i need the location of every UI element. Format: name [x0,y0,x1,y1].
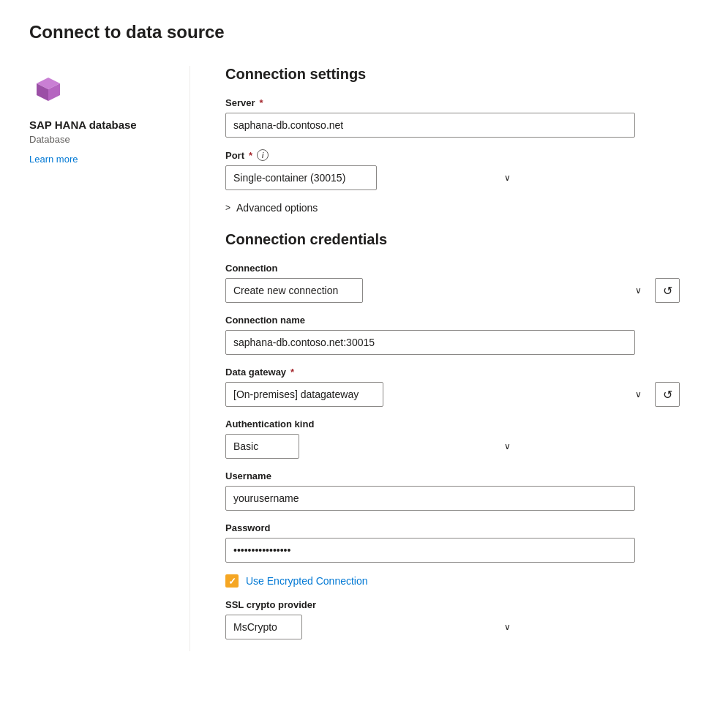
port-info-icon[interactable]: i [257,149,269,161]
main-layout: SAP HANA database Database Learn more Co… [29,66,680,651]
ssl-provider-select-container: MsCrypto OpenSSL ∨ [225,615,518,639]
data-gateway-select-container: [On-premises] datagateway ∨ [225,382,649,407]
data-gateway-required-star: * [290,367,294,378]
connection-refresh-button[interactable]: ↺ [655,278,680,303]
connection-group: Connection Create new connection ∨ ↺ [225,263,680,303]
username-input[interactable] [225,486,635,511]
connection-label-row: Connection [225,263,680,274]
connection-settings-title: Connection settings [225,66,680,83]
encrypted-checkbox[interactable]: ✓ [225,574,239,588]
password-label: Password [225,522,270,533]
auth-kind-chevron-icon: ∨ [504,441,511,451]
server-label-row: Server * [225,97,635,108]
port-group: Port * i Single-container (30015) Multip… [225,149,518,190]
connection-name-label: Connection name [225,315,305,326]
connector-name: SAP HANA database [29,119,137,131]
connection-select[interactable]: Create new connection [225,278,363,303]
password-group: Password [225,522,635,563]
right-panel: Connection settings Server * Port * i Si… [190,66,680,651]
left-panel: SAP HANA database Database Learn more [29,66,190,651]
server-input[interactable] [225,113,635,138]
connection-credentials-title: Connection credentials [225,231,680,248]
encrypted-connection-label[interactable]: Use Encrypted Connection [246,575,368,587]
advanced-options-toggle[interactable]: > Advanced options [225,202,680,214]
checkbox-check-icon: ✓ [228,576,236,587]
connector-info: SAP HANA database Database Learn more [29,72,166,165]
data-gateway-refresh-button[interactable]: ↺ [655,382,680,407]
port-label: Port [225,150,244,161]
data-gateway-label-row: Data gateway * [225,367,680,378]
ssl-provider-chevron-icon: ∨ [504,622,511,632]
auth-kind-label-row: Authentication kind [225,419,518,429]
username-label: Username [225,470,271,481]
password-label-row: Password [225,522,635,533]
ssl-provider-group: SSL crypto provider MsCrypto OpenSSL ∨ [225,599,518,639]
auth-kind-select[interactable]: Basic Windows OAuth2 [225,434,299,459]
port-label-row: Port * i [225,149,518,161]
page-title: Connect to data source [29,22,680,42]
connection-select-container: Create new connection ∨ [225,278,649,303]
auth-kind-label: Authentication kind [225,419,314,429]
auth-kind-select-container: Basic Windows OAuth2 ∨ [225,434,518,459]
password-input[interactable] [225,538,635,563]
server-required-star: * [259,97,263,108]
ssl-provider-label: SSL crypto provider [225,599,316,610]
connector-type: Database [29,134,70,145]
learn-more-link[interactable]: Learn more [29,154,78,165]
connection-name-group: Connection name [225,315,635,355]
connection-name-label-row: Connection name [225,315,635,326]
connection-label: Connection [225,263,278,274]
encrypted-connection-row: ✓ Use Encrypted Connection [225,574,680,588]
ssl-provider-label-row: SSL crypto provider [225,599,518,610]
connection-chevron-icon: ∨ [635,285,642,296]
advanced-options-chevron-icon: > [225,203,230,213]
port-select[interactable]: Single-container (30015) Multiple-contai… [225,165,377,190]
data-gateway-select[interactable]: [On-premises] datagateway [225,382,383,407]
username-label-row: Username [225,470,635,481]
port-chevron-icon: ∨ [504,173,511,183]
data-gateway-select-row: [On-premises] datagateway ∨ ↺ [225,382,680,407]
auth-kind-group: Authentication kind Basic Windows OAuth2… [225,419,518,459]
ssl-provider-select[interactable]: MsCrypto OpenSSL [225,615,302,639]
data-gateway-group: Data gateway * [On-premises] datagateway… [225,367,680,407]
connector-icon-wrapper [29,72,67,110]
server-group: Server * [225,97,635,138]
sap-hana-icon [29,72,67,110]
connection-name-input[interactable] [225,330,635,355]
port-select-container: Single-container (30015) Multiple-contai… [225,165,518,190]
data-gateway-chevron-icon: ∨ [635,389,642,399]
advanced-options-label: Advanced options [236,202,318,214]
username-group: Username [225,470,635,511]
connection-select-row: Create new connection ∨ ↺ [225,278,680,303]
server-label: Server [225,97,255,108]
data-gateway-label: Data gateway [225,367,286,378]
port-required-star: * [249,150,252,161]
